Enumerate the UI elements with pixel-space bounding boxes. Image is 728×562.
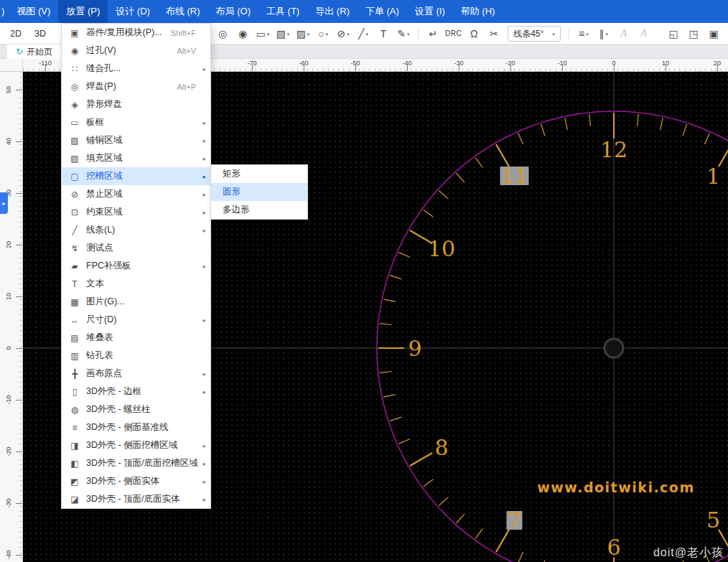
place-menu-item-0[interactable]: ▣器件/复用模块(P)...Shift+F (62, 24, 210, 42)
menubar-item-9[interactable]: 设置 (I) (407, 0, 453, 23)
clock-minute-tick[interactable] (541, 124, 545, 136)
measure-icon[interactable]: ✂ (484, 25, 504, 42)
menubar-item-8[interactable]: 下单 (A) (358, 0, 407, 23)
clock-minute-tick[interactable] (475, 158, 482, 168)
clock-number-9[interactable]: 9 (408, 336, 421, 361)
clock-minute-tick[interactable] (589, 114, 591, 126)
clock-minute-tick[interactable] (383, 299, 396, 302)
dimension-tool-icon[interactable]: ✎▾ (393, 25, 414, 42)
panel-right-icon[interactable]: ◳ (683, 25, 704, 42)
place-menu-item-13[interactable]: ▰FPC补强板▸ (62, 257, 210, 275)
view-btn-3D[interactable]: 3D (34, 29, 46, 39)
place-menu-item-22[interactable]: ≡3D外壳 - 侧面基准线 (62, 418, 210, 436)
clock-minute-tick[interactable] (390, 417, 401, 421)
menubar-item-5[interactable]: 布局 (O) (208, 0, 258, 23)
place-menu-item-14[interactable]: T文本 (62, 275, 210, 293)
clock-minute-tick[interactable] (424, 210, 434, 217)
clock-minute-tick[interactable] (638, 114, 639, 126)
place-menu-item-2[interactable]: ∷缝合孔...▸ (62, 60, 210, 78)
menubar-item-2[interactable]: 放置 (P) (58, 0, 108, 23)
copper-area-icon[interactable]: ▧▾ (273, 25, 293, 42)
place-menu-item-26[interactable]: ◪3D外壳 - 顶面/底面实体▸ (62, 490, 210, 508)
clock-minute-tick[interactable] (398, 439, 410, 444)
place-menu-item-5[interactable]: ▭板框▸ (62, 113, 210, 131)
place-menu-item-15[interactable]: ▦图片(G)... (62, 293, 210, 311)
clock-number-5[interactable]: 5 (706, 507, 720, 533)
net-length-icon[interactable]: Ω (464, 25, 484, 42)
menubar-item-0[interactable]: ) (0, 0, 9, 23)
menubar-item-6[interactable]: 工具 (T) (258, 0, 307, 23)
left-panel-handle[interactable]: ▸ (0, 192, 8, 214)
fill-area-icon[interactable]: ▨▾ (293, 25, 313, 42)
keepout-tool-icon[interactable]: ⊘▾ (333, 25, 353, 42)
place-menu-item-12[interactable]: ↯测试点 (62, 239, 210, 257)
place-menu-item-16[interactable]: ↔尺寸(D)▸ (62, 311, 210, 329)
drc-icon[interactable]: DRC (443, 25, 464, 42)
via-icon[interactable]: ◉ (233, 25, 253, 42)
clock-minute-tick[interactable] (457, 514, 465, 523)
place-menu-item-1[interactable]: ◉过孔(V)Alt+V (62, 42, 210, 60)
rect-tool-icon[interactable]: ▭▾ (253, 25, 273, 42)
place-menu-item-4[interactable]: ◈异形焊盘 (62, 95, 210, 113)
clock-minute-tick[interactable] (475, 529, 482, 539)
panel-grid-icon[interactable]: ▣ (704, 25, 724, 42)
place-menu-item-17[interactable]: ▤堆叠表 (62, 329, 210, 347)
line-tool-icon[interactable]: ╱▾ (353, 25, 373, 42)
clock-number-8[interactable]: 8 (435, 435, 449, 460)
align-vertical-icon[interactable]: ∥▾ (594, 25, 614, 42)
place-menu-item-25[interactable]: ◩3D外壳 - 侧面实体▸ (62, 472, 210, 490)
clock-minute-tick[interactable] (518, 133, 523, 144)
origin-marker[interactable] (605, 339, 623, 357)
clock-number-12[interactable]: 12 (600, 137, 627, 162)
clock-number-10[interactable]: 10 (428, 236, 455, 261)
line-mode-select[interactable]: 线条45°▾ (508, 26, 561, 42)
menubar-item-4[interactable]: 布线 (R) (158, 0, 208, 23)
shape-submenu-item-2[interactable]: 多边形 (211, 201, 307, 219)
place-menu-item-20[interactable]: ▯3D外壳 - 边框▸ (62, 383, 210, 401)
menubar-item-10[interactable]: 帮助 (H) (453, 0, 503, 23)
place-menu-item-9[interactable]: ⊘禁止区域▸ (62, 185, 210, 203)
clock-minute-tick[interactable] (518, 552, 523, 562)
place-menu-item-24[interactable]: ◧3D外壳 - 顶面/底面挖槽区域▸ (62, 454, 210, 472)
place-menu-item-10[interactable]: ⊡约束区域▸ (62, 203, 210, 221)
place-menu-item-21[interactable]: ◍3D外壳 - 螺丝柱 (62, 401, 210, 418)
clock-minute-tick[interactable] (661, 118, 663, 130)
clock-minute-tick[interactable] (683, 124, 686, 136)
clock-minute-tick[interactable] (565, 118, 568, 130)
route-icon[interactable]: ↵ (423, 25, 443, 42)
place-menu-item-3[interactable]: ◎焊盘(P)Alt+P (62, 78, 210, 95)
clock-minute-tick[interactable] (457, 173, 465, 182)
panel-left-icon[interactable]: ◱ (663, 25, 683, 42)
menubar-item-3[interactable]: 设计 (D) (108, 0, 158, 23)
shape-submenu-item-1[interactable]: 圆形 (211, 183, 307, 201)
clock-minute-tick[interactable] (439, 191, 448, 199)
place-menu-item-23[interactable]: ◨3D外壳 - 侧面挖槽区域▸ (62, 436, 210, 454)
pad-round-icon[interactable]: ◎ (213, 25, 233, 42)
menubar-item-1[interactable]: 视图 (V) (9, 0, 58, 23)
place-menu-item-6[interactable]: ▧铺铜区域▸ (62, 131, 210, 149)
clock-hour-tick[interactable] (410, 453, 432, 466)
clock-minute-tick[interactable] (380, 372, 392, 373)
place-menu-item-7[interactable]: ▨填充区域▸ (62, 149, 210, 167)
place-menu-item-8[interactable]: ▢挖槽区域▸ (62, 167, 210, 185)
place-menu-item-18[interactable]: ▥钻孔表 (62, 347, 210, 365)
shape-submenu-item-0[interactable]: 矩形 (211, 165, 307, 183)
clock-hour-tick[interactable] (496, 530, 509, 552)
place-menu-item-19[interactable]: ╋画布原点▸ (62, 365, 210, 383)
text-tool-icon[interactable]: T (373, 25, 393, 42)
clock-minute-tick[interactable] (398, 253, 410, 258)
clock-minute-tick[interactable] (704, 133, 709, 144)
clock-minute-tick[interactable] (383, 395, 396, 398)
place-menu-item-11[interactable]: ╱线条(L)▸ (62, 221, 210, 239)
tab-start-page[interactable]: ↻ 开始页 (7, 45, 61, 59)
clock-minute-tick[interactable] (424, 479, 434, 487)
clock-number-6[interactable]: 6 (607, 535, 620, 560)
align-horizontal-icon[interactable]: ≡▾ (574, 25, 594, 42)
clock-number-7[interactable]: 7 (508, 507, 521, 533)
clock-number-1[interactable]: 1 (706, 164, 720, 189)
view-btn-2D[interactable]: 2D (10, 29, 22, 39)
clock-minute-tick[interactable] (439, 497, 448, 505)
clock-number-11[interactable]: 11 (500, 164, 528, 189)
circle-tool-icon[interactable]: ○▾ (313, 25, 333, 42)
menubar-item-7[interactable]: 导出 (R) (307, 0, 358, 23)
